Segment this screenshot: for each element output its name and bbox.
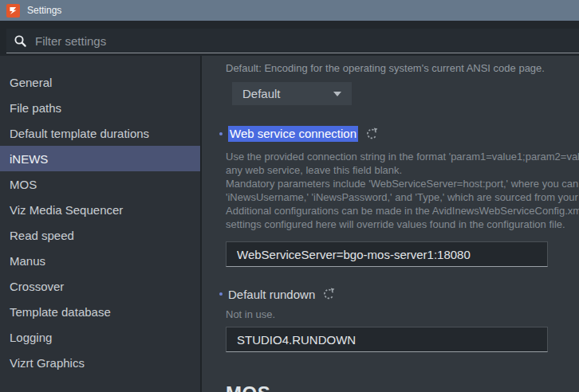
- sidebar-item-manus[interactable]: Manus: [0, 248, 200, 273]
- sidebar-item-read-speed[interactable]: Read speed: [0, 222, 200, 248]
- sidebar-item-template-database[interactable]: Template database: [0, 299, 200, 324]
- sidebar-item-vizrt-graphics[interactable]: Vizrt Graphics: [0, 350, 200, 375]
- settings-content-panel: Default: Encoding for the operating syst…: [202, 56, 579, 392]
- app-logo-icon: [6, 4, 20, 18]
- web-service-connection-label: Web service connection: [228, 126, 358, 142]
- reset-to-default-icon[interactable]: [322, 288, 335, 300]
- sidebar-item-crossover[interactable]: Crossover: [0, 273, 200, 299]
- setting-bullet-icon: [219, 292, 223, 296]
- encoding-dropdown-value: Default: [242, 87, 281, 100]
- default-rundown-status: Not in use.: [226, 308, 579, 320]
- sidebar-item-viz-media-sequencer[interactable]: Viz Media Sequencer: [0, 197, 200, 222]
- default-rundown-input[interactable]: [226, 327, 548, 352]
- filter-bar: [0, 21, 579, 56]
- window-title: Settings: [27, 5, 61, 16]
- sidebar-item-inews[interactable]: iNEWS: [0, 146, 200, 171]
- web-service-connection-row: Web service connection: [219, 126, 579, 142]
- sidebar-item-general[interactable]: General: [0, 69, 200, 95]
- sidebar-item-file-paths[interactable]: File paths: [0, 95, 200, 120]
- web-service-connection-input[interactable]: [226, 241, 548, 267]
- settings-sidebar: General File paths Default template dura…: [0, 56, 202, 392]
- default-rundown-label: Default rundown: [228, 288, 315, 301]
- encoding-dropdown[interactable]: Default: [232, 82, 352, 105]
- setting-bullet-icon: [219, 132, 223, 135]
- encoding-help-text: Default: Encoding for the operating syst…: [226, 62, 579, 75]
- sidebar-item-mos[interactable]: MOS: [0, 171, 200, 197]
- default-rundown-row: Default rundown: [219, 286, 579, 302]
- main-area: General File paths Default template dura…: [0, 56, 579, 392]
- window-titlebar[interactable]: Settings: [0, 0, 579, 21]
- search-icon: [14, 34, 27, 48]
- filter-settings-input[interactable]: [35, 34, 579, 48]
- filter-field[interactable]: [6, 29, 579, 53]
- reset-to-default-icon[interactable]: [365, 127, 378, 140]
- sidebar-item-logging[interactable]: Logging: [0, 324, 200, 350]
- mos-section-heading: MOS: [226, 382, 579, 392]
- web-service-description: Use the provided connection string in th…: [226, 150, 579, 231]
- chevron-down-icon: [333, 92, 341, 96]
- sidebar-item-default-template-durations[interactable]: Default template durations: [0, 120, 200, 146]
